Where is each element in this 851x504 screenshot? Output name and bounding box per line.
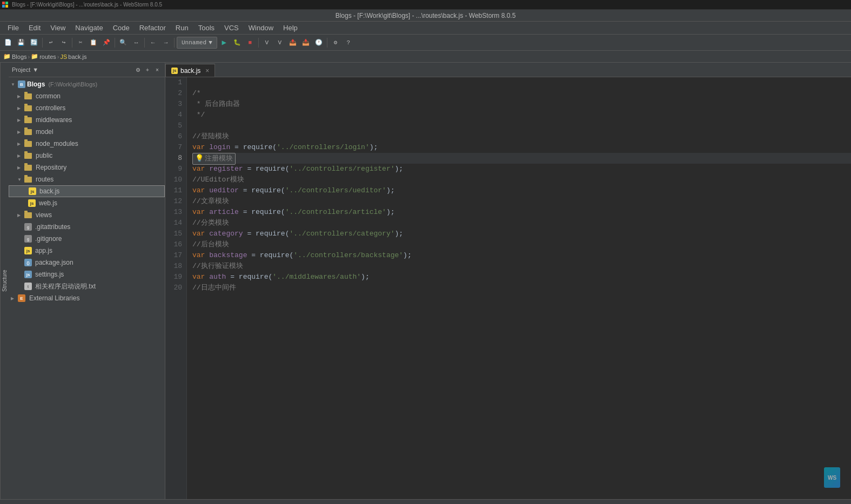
toolbar-copy[interactable]: 📋 xyxy=(88,37,99,49)
tree-item-gitignore[interactable]: ▶ g .gitignore xyxy=(9,233,165,245)
menu-edit[interactable]: Edit xyxy=(24,23,45,33)
code-line-18: //执行验证模块 xyxy=(192,261,851,272)
toolbar-vcs3[interactable]: 📤 xyxy=(287,37,299,49)
folder-icon-model xyxy=(24,129,32,135)
project-dropdown-arrow[interactable]: ▼ xyxy=(32,66,38,73)
menu-refactor[interactable]: Refactor xyxy=(135,23,170,33)
tree-item-repository[interactable]: ▶ Repository xyxy=(9,162,165,173)
breadcrumb-blogs-label: Blogs xyxy=(12,53,27,60)
tree-item-backjs[interactable]: js back.js xyxy=(9,185,165,197)
toolbar-settings[interactable]: ⚙ xyxy=(330,37,341,49)
tree-item-views[interactable]: ▶ views xyxy=(9,209,165,221)
code-content[interactable]: /* * 后台路由器 */ //登陆模块 var login = require… xyxy=(187,77,851,499)
toolbar-debug[interactable]: 🐛 xyxy=(231,37,243,49)
code-line-4: */ xyxy=(192,110,851,120)
panel-close-btn[interactable]: × xyxy=(153,65,162,74)
menu-run[interactable]: Run xyxy=(171,23,193,33)
tree-item-public[interactable]: ▶ public xyxy=(9,150,165,162)
menu-tools[interactable]: Tools xyxy=(194,23,219,33)
js-icon-small: JS xyxy=(60,53,67,60)
menu-view[interactable]: View xyxy=(46,23,70,33)
panel-settings-btn[interactable]: ⚙ xyxy=(133,65,142,74)
toolbar-history[interactable]: 🕐 xyxy=(313,37,325,49)
toolbar-help[interactable]: ? xyxy=(343,37,354,49)
tree-label-public: public xyxy=(36,152,52,159)
menu-window[interactable]: Window xyxy=(244,23,278,33)
toolbar-separator-6 xyxy=(258,38,259,48)
code-line-9: var register = require('../controllers/r… xyxy=(192,164,851,174)
toolbar-separator-4 xyxy=(144,38,145,48)
tree-item-settingsjs[interactable]: ▶ js settings.js xyxy=(9,268,165,280)
tree-arrow-node-modules: ▶ xyxy=(17,142,23,146)
toolbar-replace[interactable]: ↔ xyxy=(130,37,142,49)
tree-item-gitattributes[interactable]: ▶ g .gitattributes xyxy=(9,221,165,233)
toolbar-forward[interactable]: → xyxy=(160,37,172,49)
menu-vcs[interactable]: VCS xyxy=(220,23,243,33)
line-num-15: 15 xyxy=(165,229,186,239)
toolbar-redo[interactable]: ↪ xyxy=(58,37,70,49)
js-icon-webjs: js xyxy=(28,199,36,207)
toolbar-cut[interactable]: ✂ xyxy=(75,37,86,49)
menu-help[interactable]: Help xyxy=(279,23,302,33)
file-tree: ▼ B Blogs (F:\Work\git\Blogs) ▶ common ▶… xyxy=(9,77,165,499)
menu-code[interactable]: Code xyxy=(109,23,134,33)
tree-item-readme[interactable]: ▶ t 相关程序启动说明.txt xyxy=(9,280,165,292)
toolbar-find[interactable]: 🔍 xyxy=(117,37,129,49)
tab-bar: js back.js × xyxy=(165,63,851,77)
tab-close-btn[interactable]: × xyxy=(205,67,209,75)
breadcrumb-routes[interactable]: 📁 routes xyxy=(31,53,56,60)
toolbar-run-config[interactable]: Unnamed ▼ xyxy=(177,37,217,49)
toolbar-undo[interactable]: ↩ xyxy=(45,37,57,49)
tree-item-packagejson[interactable]: ▶ {} package.json xyxy=(9,257,165,268)
line-num-9: 9 xyxy=(165,164,186,174)
tree-item-common[interactable]: ▶ common xyxy=(9,90,165,102)
tree-item-webjs[interactable]: js web.js xyxy=(9,197,165,209)
line-num-4: 4 xyxy=(165,110,186,120)
tab-js-icon: js xyxy=(171,68,178,74)
tree-item-node-modules[interactable]: ▶ node_modules xyxy=(9,138,165,150)
toolbar-stop[interactable]: ■ xyxy=(244,37,256,49)
tree-item-middlewares[interactable]: ▶ middlewares xyxy=(9,114,165,126)
breadcrumb-blogs[interactable]: 📁 Blogs xyxy=(3,53,27,60)
code-line-1 xyxy=(192,77,851,88)
menu-file[interactable]: File xyxy=(3,23,23,33)
folder-icon-views xyxy=(24,212,32,218)
project-dropdown[interactable]: Project xyxy=(12,66,30,73)
js-icon-backjs: js xyxy=(29,187,36,195)
code-line-14: //分类模块 xyxy=(192,218,851,229)
code-editor[interactable]: 1 2 3 4 5 6 7 8 9 10 11 12 13 14 15 16 1… xyxy=(165,77,851,499)
tree-item-blogs-root[interactable]: ▼ B Blogs (F:\Work\git\Blogs) xyxy=(9,78,165,90)
toolbar-new[interactable]: 📄 xyxy=(2,37,14,49)
tree-item-routes[interactable]: ▼ routes xyxy=(9,173,165,185)
toolbar-vcs2[interactable]: V xyxy=(274,37,286,49)
code-line-3: * 后台路由器 xyxy=(192,99,851,110)
toolbar-paste[interactable]: 📌 xyxy=(100,37,112,49)
tree-label-repository: Repository xyxy=(36,164,66,171)
panel-expand-btn[interactable]: + xyxy=(143,65,152,74)
tree-arrow-common: ▶ xyxy=(17,94,23,99)
tree-item-extlibs[interactable]: ▶ E External Libraries xyxy=(9,292,165,304)
toolbar-sync[interactable]: 🔄 xyxy=(28,37,40,49)
toolbar-run[interactable]: ▶ xyxy=(218,37,230,49)
toolbar-save[interactable]: 💾 xyxy=(15,37,27,49)
toolbar-vcs1[interactable]: V xyxy=(261,37,273,49)
line-num-5: 5 xyxy=(165,120,186,131)
breadcrumb-backjs[interactable]: JS back.js xyxy=(60,53,86,60)
tree-item-model[interactable]: ▶ model xyxy=(9,126,165,138)
tree-item-controllers[interactable]: ▶ controllers xyxy=(9,102,165,114)
menu-navigate[interactable]: Navigate xyxy=(71,23,107,33)
line-num-19: 19 xyxy=(165,272,186,283)
tree-item-appjs[interactable]: ▶ js app.js xyxy=(9,245,165,257)
tab-label-backjs: back.js xyxy=(180,67,200,75)
code-line-19: var auth = require('../middlewares/auth'… xyxy=(192,272,851,283)
toolbar-back[interactable]: ← xyxy=(147,37,159,49)
line-num-7: 7 xyxy=(165,142,186,153)
tree-arrow-extlibs: ▶ xyxy=(11,296,16,301)
tree-label-node-modules: node_modules xyxy=(36,140,78,147)
structure-panel-tab[interactable]: Structure xyxy=(0,63,9,499)
tab-backjs[interactable]: js back.js × xyxy=(165,64,215,77)
toolbar-vcs4[interactable]: 📥 xyxy=(300,37,312,49)
folder-icon-small-2: 📁 xyxy=(31,53,38,60)
tree-arrow-controllers: ▶ xyxy=(17,106,23,111)
line-num-12: 12 xyxy=(165,196,186,207)
